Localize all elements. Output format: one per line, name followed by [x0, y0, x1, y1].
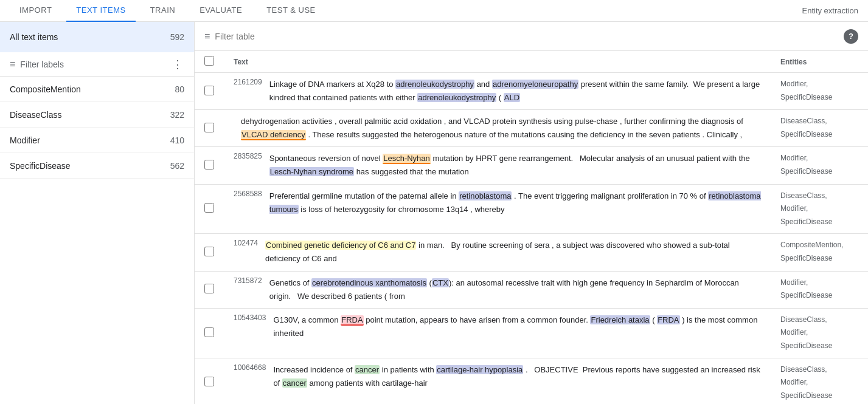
nav-right-label: Entity extraction: [802, 6, 859, 15]
highlight-adrenoleukodystrophy1: adrenoleukodystrophy: [395, 80, 474, 89]
highlight-adrenomyeloneuropathy: adrenomyeloneuropathy: [492, 80, 578, 89]
text-cell: 10543403 G130V, a common FRDA point muta…: [224, 308, 771, 358]
text-cell: 102474 Combined genetic deficiency of C6…: [224, 234, 771, 271]
highlight-vlcad: VLCAD deficiency: [241, 130, 306, 140]
entities-cell: DiseaseClass,Modifier,SpecificDisease: [771, 308, 868, 358]
filter-labels-label: Filter labels: [20, 60, 172, 69]
all-items-label: All text items: [10, 32, 170, 42]
all-items-count: 592: [170, 32, 184, 42]
tab-import[interactable]: IMPORT: [10, 0, 61, 22]
main-content: ≡ ? Text Entities: [195, 22, 868, 404]
highlight-cancer1: cancer: [355, 365, 380, 374]
highlight-retinoblastoma2: retinoblastoma tumours: [269, 191, 761, 214]
sidebar-item-specificdisease[interactable]: SpecificDisease 562: [0, 153, 194, 179]
count-compositemention: 80: [175, 84, 184, 94]
sidebar-item-compositemention[interactable]: CompositeMention 80: [0, 77, 194, 102]
highlight-retinoblastoma1: retinoblastoma: [459, 191, 512, 200]
highlight-combined-genetic: Combined genetic deficiency of C6 and C7: [265, 241, 416, 250]
row-id: 102474: [234, 239, 258, 247]
text-content: Increased incidence of cancer in patient…: [273, 363, 761, 390]
filter-icon: ≡: [10, 59, 15, 70]
tab-test-use[interactable]: TEST & USE: [257, 0, 325, 22]
tab-evaluate[interactable]: EVALUATE: [190, 0, 252, 22]
text-cell: 2568588 Preferential germline mutation o…: [224, 184, 771, 234]
more-options-icon[interactable]: ⋮: [172, 58, 184, 71]
row-checkbox[interactable]: [204, 203, 214, 213]
all-items-row[interactable]: All text items 592: [0, 22, 194, 52]
row-checkbox-cell: [195, 234, 224, 271]
text-content: Spontaneous reversion of novel Lesch-Nyh…: [269, 152, 761, 179]
text-cell: dehydrogenation activities , overall pal…: [224, 110, 771, 147]
tab-train[interactable]: TRAIN: [141, 0, 186, 22]
text-content: Linkage of DNA markers at Xq28 to adreno…: [269, 78, 761, 104]
count-modifier: 410: [170, 135, 184, 145]
table-row: 2161209 Linkage of DNA markers at Xq28 t…: [195, 73, 868, 110]
table-row: 10543403 G130V, a common FRDA point muta…: [195, 308, 868, 358]
row-checkbox-cell: [195, 110, 224, 147]
text-cell: 7315872 Genetics of cerebrotendinous xan…: [224, 271, 771, 308]
help-icon[interactable]: ?: [844, 29, 858, 44]
highlight-friedreich-ataxia: Friedreich ataxia: [590, 315, 650, 324]
th-select-all[interactable]: [195, 51, 224, 73]
sidebar: All text items 592 ≡ Filter labels ⋮ Com…: [0, 22, 195, 404]
filter-input[interactable]: [215, 32, 839, 41]
sidebar-item-diseaseclass[interactable]: DiseaseClass 322: [0, 102, 194, 128]
row-id: 2835825: [234, 152, 262, 160]
row-checkbox-cell: [195, 147, 224, 184]
text-content: Preferential germline mutation of the pa…: [269, 190, 761, 216]
label-modifier: Modifier: [10, 135, 170, 145]
row-checkbox-cell: [195, 271, 224, 308]
label-specificdisease: SpecificDisease: [10, 161, 170, 171]
row-checkbox-cell: [195, 73, 224, 110]
row-checkbox[interactable]: [204, 160, 214, 169]
row-checkbox[interactable]: [204, 247, 214, 256]
row-checkbox[interactable]: [204, 86, 214, 95]
tab-text-items[interactable]: TEXT ITEMS: [66, 0, 135, 22]
entities-cell: DiseaseClass,Modifier,SpecificDisease: [771, 358, 868, 404]
entities-cell: DiseaseClass,Modifier,SpecificDisease: [771, 184, 868, 234]
highlight-cancer2: cancer: [282, 378, 307, 388]
highlight-lesch-nyhan2: Lesch-Nyhan syndrome: [269, 167, 354, 176]
entities-cell: CompositeMention,SpecificDisease: [771, 234, 868, 271]
row-checkbox[interactable]: [204, 327, 214, 337]
text-content: Genetics of cerebrotendinous xanthomatos…: [269, 276, 761, 303]
text-content: G130V, a common FRDA point mutation, app…: [273, 313, 761, 340]
text-cell: 10064668 Increased incidence of cancer i…: [224, 358, 771, 404]
table-row: 10064668 Increased incidence of cancer i…: [195, 358, 868, 404]
table-row: 2835825 Spontaneous reversion of novel L…: [195, 147, 868, 184]
row-id: 2568588: [234, 190, 262, 198]
select-all-checkbox[interactable]: [204, 56, 214, 66]
row-checkbox[interactable]: [204, 123, 214, 132]
row-id: 10064668: [234, 363, 266, 372]
entities-cell: Modifier,SpecificDisease: [771, 271, 868, 308]
text-content: Combined genetic deficiency of C6 and C7…: [265, 239, 761, 265]
highlight-frda1: FRDA: [341, 315, 363, 326]
table-row: 7315872 Genetics of cerebrotendinous xan…: [195, 271, 868, 308]
row-id: 2161209: [234, 78, 262, 86]
table-row: 2568588 Preferential germline mutation o…: [195, 184, 868, 234]
entities-cell: Modifier,SpecificDisease: [771, 147, 868, 184]
entities-cell: DiseaseClass,SpecificDisease: [771, 110, 868, 147]
text-content: dehydrogenation activities , overall pal…: [241, 115, 761, 142]
main-layout: All text items 592 ≡ Filter labels ⋮ Com…: [0, 22, 868, 404]
sidebar-item-modifier[interactable]: Modifier 410: [0, 128, 194, 153]
table-row: dehydrogenation activities , overall pal…: [195, 110, 868, 147]
filter-bar: ≡ ?: [195, 22, 868, 51]
row-checkbox[interactable]: [204, 284, 214, 293]
count-specificdisease: 562: [170, 161, 184, 171]
text-cell: 2835825 Spontaneous reversion of novel L…: [224, 147, 771, 184]
row-id: 10543403: [234, 313, 266, 322]
highlight-cartilage-hair: cartilage-hair hypoplasia: [436, 365, 523, 374]
table-container: Text Entities 2161209: [195, 51, 868, 404]
items-table: Text Entities 2161209: [195, 51, 868, 404]
row-id: 7315872: [234, 276, 262, 285]
row-checkbox[interactable]: [204, 377, 214, 386]
highlight-lesch-nyhan1: Lesch-Nyhan: [383, 154, 431, 164]
row-checkbox-cell: [195, 308, 224, 358]
table-row: 102474 Combined genetic deficiency of C6…: [195, 234, 868, 271]
filter-bar-icon: ≡: [204, 31, 210, 42]
count-diseaseclass: 322: [170, 110, 184, 120]
row-checkbox-cell: [195, 184, 224, 234]
highlight-ald: ALD: [504, 93, 520, 102]
highlight-ctx: CTX: [432, 278, 449, 287]
